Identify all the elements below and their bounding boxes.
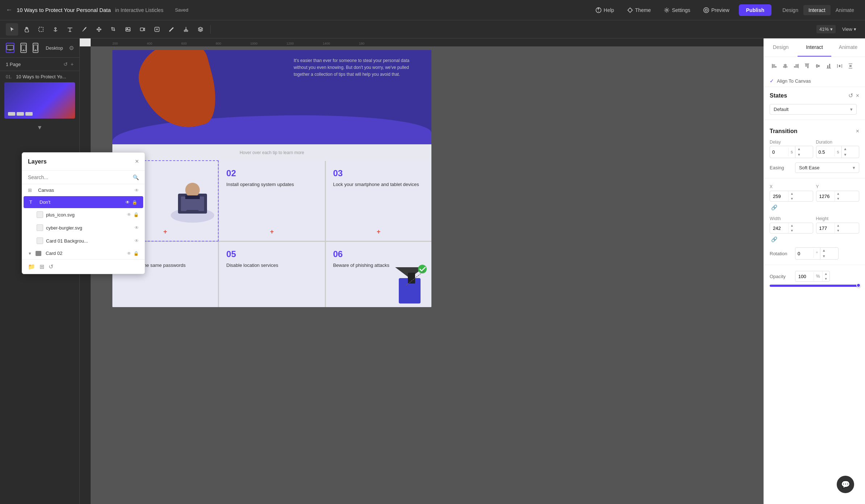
layers-card01-eye[interactable]: 👁: [134, 238, 139, 243]
mobile-device[interactable]: [33, 43, 38, 53]
x-input[interactable]: [770, 192, 788, 201]
layers-item-card02[interactable]: ▼ Card 02 👁 🔒: [22, 247, 145, 259]
duration-input[interactable]: [816, 148, 835, 157]
states-reset-icon[interactable]: ↺: [848, 92, 853, 99]
align-center-h-icon[interactable]: [781, 61, 790, 71]
pages-refresh-icon[interactable]: ↺: [63, 61, 68, 67]
layers-search-input[interactable]: [28, 174, 130, 180]
chat-button[interactable]: 💬: [837, 476, 854, 493]
layers-cyber-eye[interactable]: 👁: [134, 225, 139, 230]
layers-tool[interactable]: [194, 23, 207, 36]
states-dropdown[interactable]: Default ▾: [770, 104, 857, 115]
interactive-tool[interactable]: [151, 23, 163, 36]
card-03-plus[interactable]: +: [377, 228, 381, 236]
help-button[interactable]: Help: [592, 5, 618, 15]
crop-tool[interactable]: [107, 23, 120, 36]
back-button[interactable]: ←: [6, 6, 12, 14]
delay-stepper[interactable]: ▲ ▼: [795, 146, 803, 158]
pages-add-button[interactable]: +: [71, 61, 74, 67]
layers-dont-eye[interactable]: 👁: [125, 200, 130, 205]
layers-close-button[interactable]: ×: [135, 158, 139, 165]
desktop-device[interactable]: [6, 43, 15, 53]
move-tool[interactable]: [93, 23, 105, 36]
distribute-v-icon[interactable]: [846, 61, 855, 71]
layers-refresh-btn[interactable]: ↺: [49, 263, 53, 270]
layers-item-cyber-burgler[interactable]: cyber-burgler.svg 👁: [31, 221, 145, 234]
tablet-device[interactable]: [20, 43, 27, 53]
rotation-stepper[interactable]: ▲ ▼: [820, 248, 828, 259]
preview-button[interactable]: Preview: [700, 5, 733, 15]
card-02-plus[interactable]: +: [270, 228, 274, 236]
canvas-content[interactable]: It's easier than ever for someone to ste…: [91, 46, 763, 504]
y-stepper[interactable]: ▲ ▼: [835, 191, 842, 201]
states-close-icon[interactable]: ×: [856, 92, 859, 99]
theme-button[interactable]: Theme: [624, 5, 655, 15]
layers-item-canvas[interactable]: ⊞ Canvas 👁: [22, 184, 145, 196]
align-to-canvas[interactable]: ✓ Align To Canvas: [764, 75, 865, 87]
layers-dont-lock[interactable]: 🔒: [132, 200, 137, 205]
align-left-icon[interactable]: [770, 61, 779, 71]
xy-link-icon[interactable]: 🔗: [770, 205, 778, 210]
tab-interact[interactable]: Interact: [803, 5, 831, 15]
layers-add-layer-btn[interactable]: ⊞: [40, 263, 44, 270]
width-input[interactable]: [770, 224, 788, 233]
panel-tab-animate[interactable]: Animate: [831, 38, 865, 57]
card-01-plus[interactable]: +: [163, 228, 167, 236]
layers-plus-lock[interactable]: 🔒: [133, 212, 139, 217]
x-stepper[interactable]: ▲ ▼: [788, 191, 795, 201]
page-item[interactable]: 01. 10 Ways to Protect Yo...: [0, 71, 79, 82]
cut-tool[interactable]: [180, 23, 192, 36]
opacity-input[interactable]: [795, 272, 814, 281]
card-03[interactable]: 03 Lock your smartphone and tablet devic…: [326, 161, 431, 241]
layers-card02-collapse[interactable]: ▼: [28, 251, 32, 256]
select-tool[interactable]: [6, 23, 18, 36]
pen-tool[interactable]: [165, 23, 178, 36]
align-bottom-icon[interactable]: [824, 61, 833, 71]
distribute-h-icon[interactable]: [835, 61, 844, 71]
layers-canvas-eye[interactable]: 👁: [134, 188, 139, 193]
card-05[interactable]: 05 Disable location services: [219, 242, 324, 307]
opacity-stepper[interactable]: ▲ ▼: [822, 271, 829, 281]
paint-tool[interactable]: [78, 23, 91, 36]
wh-link-icon[interactable]: 🔗: [770, 236, 778, 242]
layers-card02-lock[interactable]: 🔒: [133, 251, 139, 256]
page-chevron[interactable]: ▼: [0, 123, 79, 132]
video-tool[interactable]: [136, 23, 149, 36]
anchor-tool[interactable]: [49, 23, 62, 36]
align-right-icon[interactable]: [791, 61, 801, 71]
delay-input[interactable]: [770, 148, 788, 157]
tab-design[interactable]: Design: [777, 5, 803, 15]
panel-tab-interact[interactable]: Interact: [798, 38, 831, 57]
layers-card02-eye[interactable]: 👁: [127, 251, 131, 256]
marquee-tool[interactable]: [35, 23, 47, 36]
card-02[interactable]: 02 Install operating system updates +: [219, 161, 324, 241]
panel-tab-design[interactable]: Design: [764, 38, 798, 57]
rotation-input[interactable]: [795, 249, 814, 258]
transition-close-icon[interactable]: ×: [856, 128, 859, 135]
layers-item-dont[interactable]: T Don't 👁 🔒: [24, 196, 143, 208]
zoom-control[interactable]: 41% ▾: [816, 25, 836, 33]
duration-stepper[interactable]: ▲ ▼: [841, 146, 849, 158]
text-tool[interactable]: [64, 23, 76, 36]
settings-button[interactable]: Settings: [660, 5, 694, 15]
layers-item-card01-bg[interactable]: Card 01 Backgrou... 👁: [31, 234, 145, 247]
publish-button[interactable]: Publish: [739, 4, 772, 16]
y-input[interactable]: [816, 192, 835, 201]
layers-item-plus-icon[interactable]: plus_icon.svg 👁 🔒: [31, 208, 145, 221]
height-input[interactable]: [816, 224, 835, 233]
opacity-slider[interactable]: [770, 285, 859, 287]
align-top-icon[interactable]: [802, 61, 812, 71]
tab-animate[interactable]: Animate: [831, 5, 859, 15]
hand-tool[interactable]: [20, 23, 33, 36]
layers-plus-eye[interactable]: 👁: [127, 212, 131, 217]
height-stepper[interactable]: ▲ ▼: [835, 223, 842, 233]
layers-add-folder-btn[interactable]: 📁: [28, 263, 35, 270]
device-settings-button[interactable]: ⚙: [69, 45, 74, 51]
width-stepper[interactable]: ▲ ▼: [788, 223, 795, 233]
canvas-area[interactable]: 200 400 600 800 1000 1200 1400 180 It's …: [80, 38, 763, 504]
easing-dropdown[interactable]: Soft Ease ▾: [795, 162, 859, 173]
align-middle-icon[interactable]: [813, 61, 823, 71]
page-thumbnail[interactable]: [4, 82, 75, 119]
view-control[interactable]: View ▾: [839, 25, 859, 33]
card-06[interactable]: 06 Beware of phishing attacks: [326, 242, 431, 307]
